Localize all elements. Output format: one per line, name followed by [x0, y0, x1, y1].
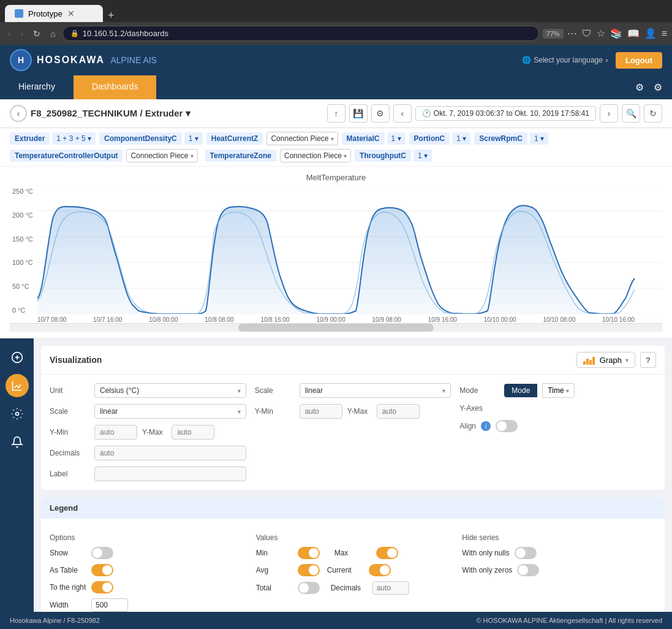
filter-value-screw[interactable]: 1 ▾ — [530, 132, 548, 145]
legend-decimals-input[interactable] — [372, 581, 409, 595]
menu-icon[interactable]: ≡ — [662, 28, 667, 39]
ymax-input-2[interactable] — [377, 404, 420, 419]
shield-icon[interactable]: 🛡 — [582, 28, 592, 39]
filter-label-screw[interactable]: ScrewRpmC — [474, 132, 527, 145]
profile-icon[interactable]: 👤 — [644, 28, 657, 39]
filter-label-heat-current[interactable]: HeatCurrentZ — [206, 132, 263, 145]
ymin-label: Y-Min — [50, 428, 89, 436]
chart-scrollbar[interactable] — [10, 323, 662, 332]
info-icon[interactable]: i — [481, 421, 491, 431]
unit-select[interactable]: Celsius (°C) ▾ — [94, 383, 246, 398]
new-tab-button[interactable]: + — [103, 9, 119, 22]
zoom-out-button[interactable]: 🔍 — [622, 104, 640, 123]
mode-button[interactable]: Mode — [504, 384, 537, 397]
reader-icon[interactable]: 📖 — [627, 28, 640, 39]
filter-label-temp-zone[interactable]: TemperatureZone — [205, 150, 276, 162]
save-button[interactable]: 💾 — [349, 104, 368, 123]
filter-label-temp-controller[interactable]: TemperatureControllerOutput — [10, 150, 123, 162]
nav-home-button[interactable]: ⌂ — [47, 28, 58, 40]
nav-back-button[interactable]: ‹ — [5, 28, 14, 40]
filter-label-extruder[interactable]: Extruder — [10, 132, 50, 145]
only-nulls-toggle[interactable] — [515, 547, 537, 559]
filter-value-throughput[interactable]: 1 ▾ — [413, 150, 432, 162]
scale-select-2[interactable]: linear ▾ — [300, 383, 451, 398]
filter-label-portion[interactable]: PortionC — [409, 132, 450, 145]
align-row: Align i — [459, 420, 656, 432]
star-icon[interactable]: ☆ — [597, 28, 605, 39]
max-toggle[interactable] — [376, 547, 398, 559]
visualization-panel: Visualization Graph ▾ ? — [41, 346, 665, 490]
svg-point-9 — [15, 413, 18, 416]
ymin-input[interactable] — [94, 425, 137, 440]
tab-hierarchy[interactable]: Hierarchy — [0, 75, 74, 99]
filter-value-component-density[interactable]: 1 ▾ — [184, 132, 203, 145]
logo-icon: H — [10, 49, 32, 71]
language-selector[interactable]: 🌐 Select your language ▾ — [522, 56, 608, 64]
filter-label-material[interactable]: MaterialC — [342, 132, 385, 145]
as-table-toggle[interactable] — [91, 564, 113, 576]
legend-as-table-row: As Table — [50, 564, 244, 576]
nav-forward-button[interactable]: › — [18, 28, 27, 40]
to-right-toggle[interactable] — [91, 581, 113, 593]
sidebar-item-gear[interactable] — [6, 402, 29, 425]
refresh-button[interactable]: ↻ — [644, 104, 662, 123]
filter-value-portion[interactable]: 1 ▾ — [452, 132, 470, 145]
address-bar[interactable]: 🔒 10.160.51.2/dashboards — [62, 26, 539, 41]
show-toggle[interactable] — [91, 547, 113, 559]
tab-close-icon[interactable]: ✕ — [67, 9, 75, 18]
browser-tab[interactable]: Prototype ✕ — [5, 5, 103, 22]
browser-chrome: Prototype ✕ + ‹ › ↻ ⌂ 🔒 10.160.51.2/dash… — [0, 0, 672, 45]
legend-panel-header: Legend — [41, 497, 665, 519]
logout-button[interactable]: Logout — [616, 52, 662, 69]
chart-scrollbar-thumb[interactable] — [238, 324, 434, 332]
sidebar-item-layers[interactable] — [6, 346, 29, 369]
label-input[interactable] — [94, 467, 246, 481]
total-toggle[interactable] — [298, 582, 320, 594]
settings-wheel-icon[interactable]: ⚙ — [633, 79, 646, 96]
only-zeros-toggle[interactable] — [517, 564, 539, 576]
tab-dashboards[interactable]: Dashboards — [74, 75, 157, 99]
help-button[interactable]: ? — [640, 352, 656, 368]
collections-icon[interactable]: 📚 — [610, 28, 622, 39]
mode-select[interactable]: Time ▾ — [542, 383, 575, 398]
viz-type-select[interactable]: Graph ▾ — [576, 352, 635, 368]
filter-value-extruder[interactable]: 1 + 3 + 5 ▾ — [52, 132, 96, 145]
main-layout: Visualization Graph ▾ ? — [0, 338, 672, 629]
width-input[interactable] — [91, 598, 128, 612]
footer-left: Hosokawa Alpine / F8-250982 — [10, 617, 100, 624]
current-toggle[interactable] — [369, 564, 391, 576]
width-label: Width — [50, 601, 86, 609]
min-toggle[interactable] — [298, 547, 320, 559]
filter-label-component-density[interactable]: ComponentDensityC — [99, 132, 182, 145]
sidebar-item-bell[interactable] — [6, 430, 29, 454]
decimals-input[interactable] — [94, 446, 246, 460]
ymin-input-2[interactable] — [300, 404, 342, 419]
filter-select-connection2[interactable]: Connection Piece ▾ — [126, 149, 197, 162]
share-button[interactable]: ↑ — [327, 104, 345, 123]
filter-select-connection1[interactable]: Connection Piece ▾ — [266, 132, 338, 145]
scale-value-1: linear — [100, 407, 118, 416]
nav-left-button[interactable]: ‹ — [393, 104, 412, 123]
ymax-input[interactable] — [172, 425, 214, 440]
config-button[interactable]: ⚙ — [371, 104, 390, 123]
viz-col-1: Unit Celsius (°C) ▾ Scale linear ▾ — [50, 383, 246, 481]
settings-icon[interactable]: ⚙ — [651, 79, 665, 96]
nav-refresh-button[interactable]: ↻ — [30, 28, 43, 40]
legend-width-row: Width — [50, 598, 244, 612]
nav-right-button[interactable]: › — [600, 104, 618, 123]
align-toggle[interactable] — [496, 420, 518, 432]
scale-select-1[interactable]: linear ▾ — [94, 404, 246, 419]
filter-extruder: Extruder 1 + 3 + 5 ▾ — [10, 132, 96, 145]
filter-select-connection3[interactable]: Connection Piece ▾ — [280, 149, 351, 162]
sidebar-item-chart[interactable] — [6, 374, 29, 397]
scale-row-1: Scale linear ▾ — [50, 404, 246, 419]
unit-row: Unit Celsius (°C) ▾ — [50, 383, 246, 398]
avg-toggle[interactable] — [298, 564, 320, 576]
filter-value-material[interactable]: 1 ▾ — [387, 132, 406, 145]
legend-title: Legend — [50, 503, 78, 513]
decimals-row: Decimals — [50, 446, 246, 460]
breadcrumb: ‹ F8_250982_TECHNIKUM / Extruder ▾ — [10, 105, 191, 122]
bookmarks-icon[interactable]: ⋯ — [567, 28, 577, 39]
filter-label-throughput[interactable]: ThroughputC — [355, 150, 411, 162]
back-button[interactable]: ‹ — [10, 105, 27, 122]
